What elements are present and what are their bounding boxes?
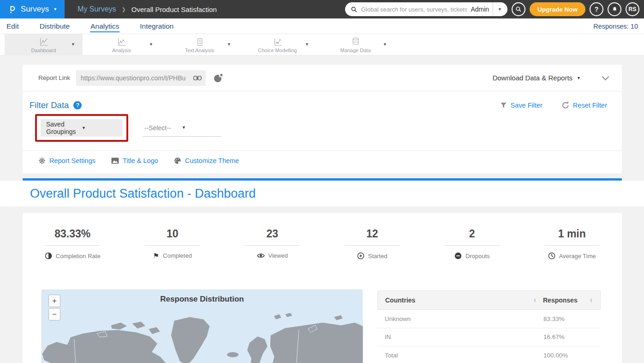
funnel-icon	[500, 102, 507, 109]
table-row: IN 16.67%	[377, 328, 601, 347]
reset-filter-button[interactable]: Reset Filter	[562, 102, 607, 109]
filter-data-title: Filter Data	[30, 100, 69, 110]
toolbar-analysis-label: Analysis	[112, 48, 131, 53]
tab-edit[interactable]: Edit	[6, 20, 19, 32]
save-filter-button[interactable]: Save Filter	[500, 102, 543, 109]
saved-groupings-value: Saved Groupings	[46, 121, 82, 135]
stat-label: Completion Rate	[56, 253, 101, 260]
embed-report-icon[interactable]	[214, 73, 223, 83]
chevron-down-icon[interactable]: ▼	[227, 42, 231, 47]
world-map-graphic[interactable]	[42, 309, 363, 363]
reset-filter-label: Reset Filter	[573, 102, 607, 109]
saved-groupings-dropdown[interactable]: Saved Groupings ▼	[41, 119, 123, 137]
stat-label: Started	[368, 253, 388, 260]
report-link-field	[76, 70, 206, 86]
country-responses: 16.67%	[543, 333, 593, 340]
report-settings-card: Report Link Download Data & Reports ▼ Fi…	[23, 65, 622, 173]
stat-completed: 10 ⚑ Completed	[123, 228, 223, 260]
line-chart-icon	[117, 36, 127, 47]
report-link-input[interactable]	[81, 74, 191, 82]
toolbar-manage-data[interactable]: Manage Data ▼	[316, 34, 394, 55]
scatter-chart-icon	[273, 36, 283, 47]
dashboard-title-band: Overall Product Satisfaction - Dashboard	[0, 181, 644, 206]
stat-label: Dropouts	[465, 253, 490, 260]
line-chart-icon	[39, 36, 49, 47]
map-title: Response Distribution	[42, 295, 362, 304]
chevron-down-icon[interactable]: ▼	[383, 42, 387, 47]
toolbar-analysis[interactable]: Analysis ▼	[83, 34, 161, 55]
chevron-down-icon: ▼	[182, 126, 219, 130]
user-avatar[interactable]: RS	[626, 2, 639, 16]
filter-select-dropdown[interactable]: --Select-- ▼	[143, 119, 221, 137]
responses-count: Responses: 10	[593, 23, 638, 30]
chevron-down-icon: ▼	[82, 126, 117, 130]
stat-completion-rate: 83.33% Completion Rate	[23, 228, 123, 260]
database-icon	[351, 36, 360, 47]
analytics-toolbar: Dashboard ▼ Analysis ▼ Text Analysis ▼ C…	[0, 34, 644, 55]
toolbar-dashboard-label: Dashboard	[31, 48, 56, 53]
search-scope-value: Admin	[471, 6, 489, 13]
customize-theme-label: Customize Theme	[185, 157, 239, 164]
download-data-reports-button[interactable]: Download Data & Reports	[493, 74, 572, 82]
toolbar-dashboard[interactable]: Dashboard ▼	[5, 34, 83, 55]
clock-icon	[548, 252, 555, 260]
stat-dropouts: 2 Dropouts	[422, 228, 522, 260]
search-button[interactable]	[512, 2, 525, 16]
stat-label: Viewed	[268, 252, 288, 259]
stat-started: 12 Started	[322, 228, 423, 260]
tab-analytics[interactable]: Analytics	[90, 20, 119, 32]
title-logo-label: Title & Logo	[123, 157, 158, 164]
surveys-product-menu[interactable]: Surveys ▼	[0, 0, 65, 18]
filter-help-icon[interactable]: ?	[73, 101, 82, 109]
tab-integration[interactable]: Integration	[139, 20, 174, 32]
chevron-down-icon[interactable]: ▼	[577, 76, 581, 80]
sort-icon[interactable]: ▲▼	[590, 298, 593, 302]
notifications-button[interactable]	[608, 2, 621, 16]
countries-column-header[interactable]: Countries	[385, 296, 415, 304]
dashboard-card: 83.33% Completion Rate 10 ⚑ Completed 23	[23, 213, 622, 363]
upgrade-now-button[interactable]: Upgrade Now	[530, 2, 585, 16]
stats-row: 83.33% Completion Rate 10 ⚑ Completed 23	[23, 228, 622, 260]
report-settings-link[interactable]: Report Settings	[38, 157, 95, 164]
questionpro-logo-icon	[7, 4, 17, 14]
responses-column-header[interactable]: Responses	[543, 296, 578, 304]
survey-menu-bar: Edit Distribute Analytics Integration Re…	[0, 18, 644, 34]
map-zoom-in-button[interactable]: +	[48, 295, 60, 307]
toolbar-choice-modelling[interactable]: Choice Modelling ▼	[239, 34, 316, 55]
search-icon	[351, 6, 358, 13]
collapse-section-chevron-icon[interactable]	[602, 73, 609, 80]
document-chart-icon	[195, 36, 204, 47]
chevron-down-icon[interactable]: ▼	[305, 42, 309, 47]
country-name: IN	[385, 333, 543, 340]
search-scope-dropdown[interactable]: ▼	[497, 7, 503, 12]
product-name: Surveys	[21, 5, 49, 14]
toolbar-manage-data-label: Manage Data	[340, 48, 370, 53]
eye-icon	[257, 253, 265, 259]
global-search-input[interactable]	[361, 6, 467, 13]
sort-icon[interactable]: ▲▼	[533, 298, 537, 302]
stat-average-time: 1 min Average Time	[522, 228, 622, 260]
tab-distribute[interactable]: Distribute	[39, 20, 70, 32]
toolbar-text-analysis[interactable]: Text Analysis ▼	[161, 34, 239, 55]
link-icon[interactable]	[193, 75, 202, 81]
stat-value: 1 min	[522, 228, 622, 240]
customize-theme-link[interactable]: Customize Theme	[174, 157, 239, 164]
play-circle-icon	[357, 252, 364, 260]
breadcrumb-current-survey: Overall Product Satisfaction	[131, 6, 217, 13]
chevron-down-icon[interactable]: ▼	[71, 42, 75, 47]
breadcrumb-separator-icon: ❯	[122, 6, 126, 12]
response-distribution-map: Response Distribution + −	[42, 290, 363, 363]
stat-value: 2	[422, 228, 522, 240]
chevron-down-icon[interactable]: ▼	[149, 42, 153, 47]
stat-value: 83.33%	[23, 228, 123, 240]
breadcrumb: My Surveys ❯ Overall Product Satisfactio…	[78, 5, 217, 13]
page-title: Overall Product Satisfaction - Dashboard	[30, 187, 256, 201]
breadcrumb-my-surveys[interactable]: My Surveys	[78, 5, 116, 13]
filter-select-value: --Select--	[144, 124, 182, 132]
top-navigation-bar: Surveys ▼ My Surveys ❯ Overall Product S…	[0, 0, 644, 18]
stat-viewed: 23 Viewed	[222, 228, 322, 260]
help-button[interactable]: ?	[590, 2, 603, 16]
toolbar-text-analysis-label: Text Analysis	[185, 48, 215, 53]
gear-icon	[38, 157, 46, 164]
title-logo-link[interactable]: Title & Logo	[111, 157, 158, 164]
